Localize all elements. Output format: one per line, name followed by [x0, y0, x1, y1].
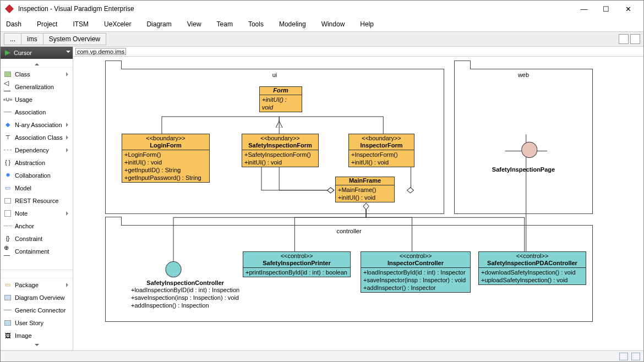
- close-button[interactable]: ✕: [617, 1, 639, 17]
- palette-usage[interactable]: «U»Usage: [1, 93, 73, 106]
- tool-palette: Cursor Class◁—Generalization«U»UsageAsso…: [1, 47, 73, 350]
- diagram-canvas[interactable]: ui web SafetyInspectionPage controller S…: [73, 57, 643, 350]
- palette-abstraction[interactable]: { }Abstraction: [1, 156, 73, 169]
- model-icon: ▭: [4, 184, 12, 192]
- menu-itsm[interactable]: ITSM: [73, 20, 89, 28]
- class-printer-ops: +printInspectionById(id : int) : boolean: [243, 268, 350, 277]
- doc-icon[interactable]: [631, 353, 640, 360]
- palette-dependency[interactable]: Dependency: [1, 144, 73, 156]
- class-ictrl-name: InspectorController: [361, 260, 470, 268]
- palette-label: User Story: [15, 320, 43, 326]
- title-bar: Inspection - Visual Paradigm Enterprise …: [1, 1, 643, 17]
- menu-view[interactable]: View: [187, 20, 201, 28]
- palette-package[interactable]: ▭Package: [1, 278, 73, 291]
- menu-tools[interactable]: Tools: [248, 20, 264, 28]
- menu-team[interactable]: Team: [217, 20, 233, 28]
- mail-icon[interactable]: [619, 353, 628, 360]
- class-mainframe[interactable]: MainFrame +MainFrame() +initUI() : void: [335, 177, 395, 202]
- palette-generalization[interactable]: ◁—Generalization: [1, 80, 73, 93]
- palette-association-class[interactable]: ⊤Association Class: [1, 131, 73, 144]
- maximize-button[interactable]: ☐: [595, 1, 617, 17]
- chevron-right-icon: [66, 123, 70, 127]
- palette-label: Class: [15, 71, 30, 78]
- palette-label: REST Resource: [15, 198, 58, 204]
- class-loginform-ops: +LoginForm() +initUI() : void +getInputI…: [122, 150, 209, 182]
- palette-label: N-ary Association: [15, 122, 62, 128]
- toolbar-icon-2[interactable]: [630, 34, 640, 44]
- class-safetyinspectionpage-name: SafetyInspectionPage: [455, 166, 592, 173]
- palette-containment[interactable]: ⊕—Containment: [1, 245, 73, 257]
- class-form[interactable]: Form +initUI() : void: [259, 86, 302, 112]
- palette-label: Generalization: [15, 84, 54, 90]
- crumb-root[interactable]: ...: [4, 33, 21, 45]
- palette-user-story[interactable]: User Story: [1, 316, 73, 329]
- toolbar-icon-1[interactable]: [619, 34, 629, 44]
- class-inspectorform[interactable]: <<boundary>> InspectorForm +InspectorFor…: [348, 134, 414, 167]
- collab-icon: ✹: [4, 172, 12, 179]
- palette-generic-connector[interactable]: Generic Connector: [1, 304, 73, 316]
- palette-diagram-overview[interactable]: Diagram Overview: [1, 291, 73, 304]
- menu-uexceler[interactable]: UeXceler: [104, 20, 131, 28]
- package-controller-label: controller: [336, 228, 361, 234]
- palette-model[interactable]: ▭Model: [1, 182, 73, 194]
- breadcrumb-bar: ... ims System Overview: [1, 31, 643, 47]
- palette-label: Package: [15, 282, 39, 288]
- palette-constraint[interactable]: {}Constraint: [1, 232, 73, 245]
- crumb-current[interactable]: System Overview: [43, 33, 106, 45]
- menu-window[interactable]: Window: [321, 20, 345, 28]
- chevron-right-icon: [66, 135, 70, 140]
- anchor-icon: [4, 222, 12, 230]
- dep-icon: [4, 146, 12, 154]
- chevron-right-icon: [66, 72, 70, 76]
- menu-diagram[interactable]: Diagram: [146, 20, 171, 28]
- palette-collapse-down[interactable]: [1, 342, 73, 350]
- palette-label: Abstraction: [15, 160, 45, 166]
- crumb-ims[interactable]: ims: [21, 33, 43, 45]
- class-loginform[interactable]: <<boundary>> LoginForm +LoginForm() +ini…: [122, 134, 210, 183]
- menu-modeling[interactable]: Modeling: [279, 20, 306, 28]
- class-printer[interactable]: <<control>> SafetyInspectionPrinter +pri…: [243, 251, 351, 277]
- assoc-icon: [4, 108, 12, 116]
- class-ictrl-ster: <<control>>: [361, 252, 470, 260]
- class-insp-ops: +InspectorForm() +initUI() : void: [349, 150, 414, 167]
- class-safetyinspectionform[interactable]: <<boundary>> SafetyInspectionForm +Safet…: [242, 134, 319, 167]
- palette-n-ary-association[interactable]: ◆N-ary Association: [1, 118, 73, 131]
- class-loginform-ster: <<boundary>>: [122, 134, 209, 142]
- cursor-label: Cursor: [14, 50, 32, 56]
- palette-collapse-up[interactable]: [1, 59, 73, 68]
- class-pdacontroller[interactable]: <<control>> SafetyInspectionPDAControlle…: [478, 251, 586, 285]
- menu-dash[interactable]: Dash: [6, 20, 21, 28]
- palette-association[interactable]: Association: [1, 106, 73, 118]
- class-sic-name: SafetyInspectionController: [131, 279, 239, 286]
- class-inspectorcontroller[interactable]: <<control>> InspectorController +loadIns…: [361, 251, 471, 293]
- palette-note[interactable]: Note: [1, 207, 73, 220]
- package-web[interactable]: web SafetyInspectionPage: [454, 69, 593, 214]
- cursor-tool[interactable]: Cursor: [1, 47, 73, 59]
- class-loginform-name: LoginForm: [122, 142, 209, 150]
- minimize-button[interactable]: —: [573, 1, 595, 17]
- dov-icon: [4, 294, 12, 301]
- palette-label: Association: [15, 109, 46, 116]
- class-sic-ops: +loadInspectionByID(id : int) : Inspecti…: [131, 286, 239, 309]
- palette-collaboration[interactable]: ✹Collaboration: [1, 169, 73, 182]
- palette-label: Image: [15, 332, 32, 339]
- palette-rest-resource[interactable]: REST Resource: [1, 194, 73, 207]
- palette-label: Generic Connector: [15, 307, 66, 314]
- palette-label: Dependency: [15, 147, 49, 153]
- palette-label: Collaboration: [15, 172, 51, 179]
- story-icon: [4, 319, 12, 327]
- menu-help[interactable]: Help: [360, 20, 374, 28]
- class-sif-ster: <<boundary>>: [242, 134, 318, 142]
- palette-anchor[interactable]: Anchor: [1, 220, 73, 232]
- menu-project[interactable]: Project: [37, 20, 57, 28]
- palette-label: Diagram Overview: [15, 294, 64, 301]
- palette-label: Containment: [15, 248, 49, 255]
- palette-image[interactable]: 🖼Image: [1, 329, 73, 342]
- class-pda-name: SafetyInspectionPDAController: [479, 260, 586, 268]
- note-icon: [4, 210, 12, 217]
- class-insp-ster: <<boundary>>: [349, 134, 414, 142]
- class-printer-name: SafetyInspectionPrinter: [243, 260, 350, 268]
- usage-icon: «U»: [4, 96, 12, 103]
- namespace-text[interactable]: com.vp.demo.ims: [75, 48, 126, 55]
- nary-icon: ◆: [4, 121, 12, 129]
